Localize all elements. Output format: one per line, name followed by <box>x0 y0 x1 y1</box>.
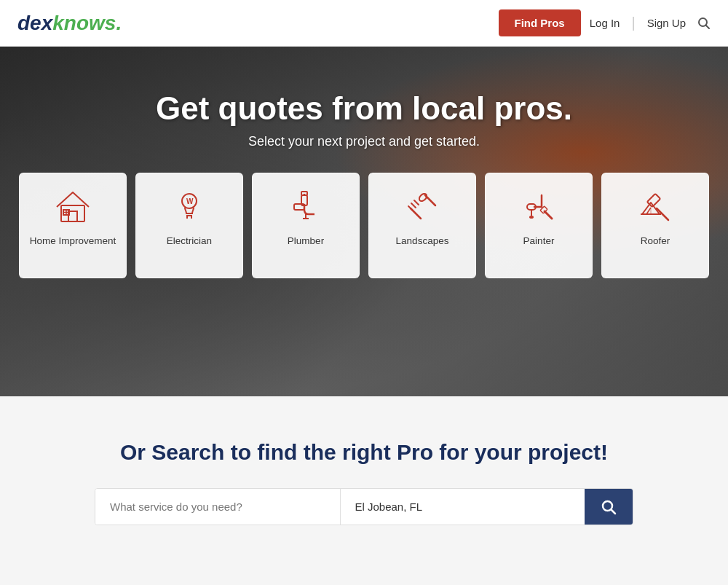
roofer-icon <box>636 188 674 226</box>
header: dexknows. Find Pros Log In | Sign Up <box>0 0 728 47</box>
hero-section: Get quotes from local pros. Select your … <box>0 47 728 396</box>
svg-line-34 <box>612 509 616 514</box>
logo[interactable]: dexknows. <box>17 12 122 35</box>
plumber-icon <box>287 188 325 226</box>
svg-point-25 <box>529 216 534 219</box>
search-section: Or Search to find the right Pro for your… <box>0 396 728 584</box>
home-icon <box>54 188 92 226</box>
hero-title: Get quotes from local pros. <box>156 90 572 127</box>
service-card-home-improvement[interactable]: Home Improvement <box>19 173 127 278</box>
service-label-roofer: Roofer <box>641 235 670 248</box>
svg-point-19 <box>418 192 428 203</box>
logo-knows-text: knows <box>52 12 116 35</box>
login-link[interactable]: Log In <box>590 17 620 29</box>
nav-divider: | <box>631 15 635 31</box>
landscape-icon <box>403 188 441 226</box>
find-pros-button[interactable]: Find Pros <box>499 9 581 36</box>
search-bar <box>95 488 633 525</box>
logo-dot: . <box>116 12 122 35</box>
search-heading: Or Search to find the right Pro for your… <box>15 440 713 465</box>
service-card-plumber[interactable]: Plumber <box>252 173 360 278</box>
service-label-electrician: Electrician <box>167 235 212 248</box>
hero-content: Get quotes from local pros. Select your … <box>156 90 572 173</box>
service-label-painter: Painter <box>523 235 555 248</box>
svg-text:W: W <box>186 197 194 205</box>
service-label-plumber: Plumber <box>288 235 324 248</box>
service-card-electrician[interactable]: W Electrician <box>135 173 243 278</box>
service-card-landscapes[interactable]: Landscapes <box>368 173 476 278</box>
header-search-button[interactable] <box>697 17 711 30</box>
service-label-landscapes: Landscapes <box>396 235 449 248</box>
search-service-input[interactable] <box>95 489 340 525</box>
service-card-roofer[interactable]: Roofer <box>601 173 709 278</box>
service-cards-container: Home Improvement W Electrician <box>4 173 724 278</box>
svg-line-1 <box>706 25 710 28</box>
service-label-home-improvement: Home Improvement <box>30 235 116 248</box>
search-submit-button[interactable] <box>585 489 633 525</box>
svg-rect-2 <box>61 205 84 221</box>
search-submit-icon <box>601 499 617 515</box>
service-card-painter[interactable]: Painter <box>485 173 593 278</box>
header-nav: Find Pros Log In | Sign Up <box>499 9 711 36</box>
search-location-input[interactable] <box>340 489 585 525</box>
logo-dex-text: dex <box>17 12 52 35</box>
painter-icon <box>520 188 558 226</box>
svg-rect-15 <box>301 192 307 195</box>
svg-line-26 <box>545 211 552 219</box>
search-icon <box>697 17 711 30</box>
signup-link[interactable]: Sign Up <box>647 17 686 29</box>
hero-subtitle: Select your next project and get started… <box>156 134 572 149</box>
electrician-icon: W <box>170 188 208 226</box>
